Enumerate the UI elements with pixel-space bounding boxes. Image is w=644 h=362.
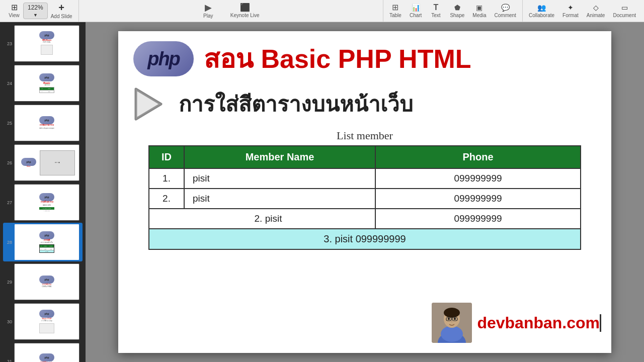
slide-thumb-23[interactable]: 23 php สอน Basic PHP HTML: [3, 24, 83, 63]
collaborate-label: Collaborate: [529, 13, 554, 18]
php-logo: php: [133, 41, 194, 76]
text-button[interactable]: Text: [427, 3, 445, 19]
slide-thumb-30[interactable]: 30 php Basic PHP การใช้งาน Loop: [3, 302, 83, 341]
zoom-value: 122%: [28, 4, 43, 11]
format-button[interactable]: Format: [559, 3, 582, 19]
slide-preview-30: php Basic PHP การใช้งาน Loop: [14, 303, 79, 340]
svg-marker-1: [136, 89, 161, 119]
slide-preview-28: php การใส่สี ตารางบนหน้าเว็บ ID Name Pho…: [14, 224, 79, 260]
cell-id-1: 1.: [149, 168, 184, 189]
slide-header: php สอน Basic PHP HTML: [118, 31, 611, 81]
header-id: ID: [149, 146, 184, 168]
svg-point-6: [444, 308, 460, 318]
zoom-button[interactable]: 122% ▼: [23, 3, 48, 19]
slide-number-23: 23: [4, 41, 12, 46]
slide-thumb-31[interactable]: 31 php การใช้ Youtube ใน HTML ▶ YouTube: [3, 342, 83, 362]
slide-number-24: 24: [4, 81, 12, 86]
site-url-container: devbanban.com: [477, 314, 601, 332]
comment-icon: [501, 4, 510, 12]
document-button[interactable]: Document: [610, 3, 639, 19]
cell-name-1: pisit: [184, 168, 375, 189]
table-button[interactable]: Table: [386, 3, 405, 19]
canvas-area[interactable]: php สอน Basic PHP HTML การใส่สีตารางบนหน…: [86, 22, 644, 362]
cell-name-2: pisit: [184, 189, 375, 209]
animate-icon: [593, 4, 599, 12]
slide-number-30: 30: [4, 319, 12, 324]
slide-thumb-29[interactable]: 29 php การใช้งาน CSS ใน HTML: [3, 262, 83, 301]
slide-preview-23: php สอน Basic PHP HTML: [14, 25, 79, 62]
svg-point-9: [451, 321, 453, 322]
slide-number-29: 29: [4, 280, 12, 285]
view-label: View: [9, 13, 20, 18]
slide-bottom: devbanban.com: [432, 303, 601, 343]
animate-button[interactable]: Animate: [584, 3, 608, 19]
shape-button[interactable]: Shape: [447, 3, 467, 19]
table-icon: [392, 4, 398, 12]
table-row: 2. pisit 099999999: [149, 189, 581, 209]
shape-icon: [454, 4, 460, 12]
arrow-icon: [133, 86, 164, 122]
document-label: Document: [613, 13, 636, 18]
media-label: Media: [472, 13, 486, 18]
shape-label: Shape: [450, 13, 464, 18]
comment-label: Comment: [495, 13, 516, 18]
text-label: Text: [431, 13, 440, 18]
main-area: 23 php สอน Basic PHP HTML 24 php Basic ต…: [0, 22, 644, 362]
header-phone: Phone: [375, 146, 581, 168]
chart-button[interactable]: Chart: [407, 3, 425, 19]
slide-preview-25: php การจัดการตาราง table colspan rowspan: [14, 105, 79, 141]
right-tools-group: Collaborate Format Animate Document: [523, 0, 642, 22]
comment-button[interactable]: Comment: [492, 3, 519, 19]
slide-thumb-27[interactable]: 27 php การสร้างตาราง table tr td th ID |…: [3, 183, 83, 222]
cell-merged-phone: 099999999: [375, 209, 581, 229]
view-group: View 122% ▼ Add Slide: [2, 0, 79, 22]
slide-canvas: php สอน Basic PHP HTML การใส่สีตารางบนหน…: [118, 31, 611, 353]
view-button[interactable]: View: [5, 3, 23, 19]
zoom-chevron-icon: ▼: [33, 13, 38, 18]
play-label: Play: [203, 13, 213, 19]
svg-point-7: [448, 318, 450, 320]
play-icon: [205, 3, 212, 12]
slide-number-27: 27: [4, 200, 12, 205]
keynote-live-button[interactable]: ⬛ Keynote Live: [227, 3, 263, 19]
php-logo-text: php: [147, 48, 180, 70]
subtitle-section: การใส่สีตารางบนหน้าเว็บ: [118, 86, 611, 122]
header-name: Member Name: [184, 146, 375, 168]
collaborate-button[interactable]: Collaborate: [526, 3, 557, 19]
slide-preview-29: php การใช้งาน CSS ใน HTML: [14, 263, 79, 300]
slide-preview-26: php Basic ⊞ ⊙ ▣: [14, 144, 79, 181]
svg-point-8: [454, 318, 456, 320]
keynote-icon: ⬛: [240, 4, 250, 12]
table-header-row: ID Member Name Phone: [149, 146, 581, 168]
add-slide-button[interactable]: Add Slide: [48, 2, 75, 20]
media-button[interactable]: Media: [469, 3, 489, 19]
slide-thumb-26[interactable]: 26 php Basic ⊞ ⊙ ▣: [3, 143, 83, 182]
cell-merged-name: 2. pisit: [149, 209, 375, 229]
insert-group: Table Chart Text Shape Media Comment: [383, 0, 523, 22]
slide-number-25: 25: [4, 121, 12, 126]
svg-point-4: [441, 326, 463, 342]
cell-phone-2: 099999999: [375, 189, 581, 209]
slide-panel: 23 php สอน Basic PHP HTML 24 php Basic ต…: [0, 22, 86, 362]
play-button[interactable]: Play: [199, 2, 217, 20]
cell-phone-1: 099999999: [375, 168, 581, 189]
playback-group: Play ⬛ Keynote Live: [79, 0, 383, 22]
cell-highlight: 3. pisit 099999999: [149, 229, 581, 249]
slide-preview-31: php การใช้ Youtube ใน HTML ▶ YouTube: [14, 343, 79, 362]
slide-thumb-25[interactable]: 25 php การจัดการตาราง table colspan rows…: [3, 104, 83, 142]
add-icon: [58, 3, 64, 13]
slide-thumb-28[interactable]: 28 php การใส่สี ตารางบนหน้าเว็บ ID Name …: [3, 223, 83, 261]
format-label: Format: [562, 13, 579, 18]
table-caption: List member: [148, 129, 581, 142]
cursor: [600, 314, 601, 332]
chart-icon: [412, 4, 420, 12]
table-highlight-row: 3. pisit 099999999: [149, 229, 581, 249]
table-row: 1. pisit 099999999: [149, 168, 581, 189]
slide-thumb-24[interactable]: 24 php Basic ตาราง ID Name 1 pisit: [3, 64, 83, 103]
cell-id-2: 2.: [149, 189, 184, 209]
slide-number-26: 26: [4, 160, 12, 165]
format-icon: [568, 4, 574, 12]
avatar-image: [432, 303, 472, 343]
slide-preview-24: php Basic ตาราง ID Name 1 pisit: [14, 65, 79, 102]
site-url: devbanban.com: [477, 314, 600, 332]
